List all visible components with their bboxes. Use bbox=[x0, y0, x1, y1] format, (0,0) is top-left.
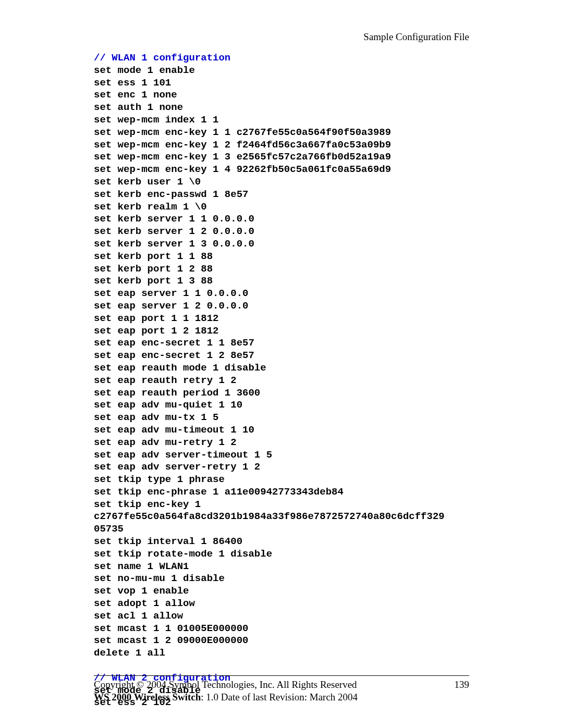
config-line: set kerb server 1 3 0.0.0.0 bbox=[94, 238, 254, 250]
config-line: set wep-mcm enc-key 1 3 e2565fc57c2a766f… bbox=[94, 151, 391, 163]
config-line: set no-mu-mu 1 disable bbox=[94, 573, 225, 584]
config-line: set kerb server 1 1 0.0.0.0 bbox=[94, 213, 254, 225]
document-page: Sample Configuration File // WLAN 1 conf… bbox=[0, 0, 563, 728]
config-line: set eap port 1 2 1812 bbox=[94, 325, 218, 337]
config-line: set eap server 1 1 0.0.0.0 bbox=[94, 288, 248, 299]
config-line: set kerb enc-passwd 1 8e57 bbox=[94, 189, 248, 200]
config-line: set tkip type 1 phrase bbox=[94, 474, 225, 485]
footer-product-name: WS 2000 Wireless Switch bbox=[94, 692, 201, 702]
config-line: set eap port 1 1 1812 bbox=[94, 313, 218, 324]
config-line: set tkip enc-phrase 1 a11e00942773343deb… bbox=[94, 486, 344, 498]
footer-rule bbox=[94, 675, 469, 676]
config-line: set eap server 1 2 0.0.0.0 bbox=[94, 300, 248, 312]
config-line: set kerb port 1 3 88 bbox=[94, 275, 213, 287]
footer-product-line: WS 2000 Wireless Switch: 1.0 Date of las… bbox=[94, 692, 469, 703]
section-1-comment: // WLAN 1 configuration bbox=[94, 52, 230, 64]
config-line: set name 1 WLAN1 bbox=[94, 561, 189, 572]
config-line: set tkip rotate-mode 1 disable bbox=[94, 548, 272, 560]
config-line: set kerb port 1 1 88 bbox=[94, 251, 213, 262]
config-line: set mcast 1 1 01005E000000 bbox=[94, 623, 248, 634]
footer-copyright: Copyright © 2004 Symbol Technologies, In… bbox=[94, 679, 357, 690]
config-line: set eap adv server-retry 1 2 bbox=[94, 461, 260, 473]
config-line: set tkip interval 1 86400 bbox=[94, 536, 242, 547]
config-line: set eap enc-secret 1 1 8e57 bbox=[94, 337, 254, 349]
config-line: set ess 1 101 bbox=[94, 77, 171, 89]
config-line: set enc 1 none bbox=[94, 89, 177, 101]
config-code-block: // WLAN 1 configuration set mode 1 enabl… bbox=[94, 52, 469, 709]
config-line: set kerb realm 1 \0 bbox=[94, 201, 207, 213]
config-line: set acl 1 allow bbox=[94, 610, 183, 622]
config-line: set eap adv mu-timeout 1 10 bbox=[94, 424, 254, 436]
config-line: set eap adv mu-retry 1 2 bbox=[94, 437, 237, 448]
config-line: 05735 bbox=[94, 523, 124, 535]
config-line: set mode 1 enable bbox=[94, 65, 195, 76]
config-line: set kerb user 1 \0 bbox=[94, 176, 201, 188]
config-line: delete 1 all bbox=[94, 647, 165, 659]
footer-page-number: 139 bbox=[455, 679, 470, 690]
config-line: set mcast 1 2 09000E000000 bbox=[94, 635, 248, 646]
config-line: set eap adv mu-quiet 1 10 bbox=[94, 399, 242, 411]
config-line: set tkip enc-key 1 bbox=[94, 499, 201, 510]
config-line: set wep-mcm enc-key 1 2 f2464fd56c3a667f… bbox=[94, 139, 391, 151]
config-line: set wep-mcm enc-key 1 1 c2767fe55c0a564f… bbox=[94, 127, 391, 138]
footer-product-rest: : 1.0 Date of last Revision: March 2004 bbox=[201, 692, 358, 702]
config-line: set eap reauth period 1 3600 bbox=[94, 387, 260, 399]
config-line: set wep-mcm index 1 1 bbox=[94, 114, 218, 126]
config-line: set kerb port 1 2 88 bbox=[94, 263, 213, 275]
config-line: set eap reauth mode 1 disable bbox=[94, 362, 266, 374]
config-line: set eap reauth retry 1 2 bbox=[94, 375, 237, 386]
config-line: c2767fe55c0a564fa8cd3201b1984a33f986e787… bbox=[94, 511, 445, 522]
config-line: set eap adv server-timeout 1 5 bbox=[94, 449, 272, 461]
config-line: set wep-mcm enc-key 1 4 92262fb50c5a061f… bbox=[94, 164, 391, 175]
config-line: set auth 1 none bbox=[94, 102, 183, 113]
config-line: set eap adv mu-tx 1 5 bbox=[94, 412, 218, 423]
page-footer: Copyright © 2004 Symbol Technologies, In… bbox=[94, 675, 469, 703]
config-line: set eap enc-secret 1 2 8e57 bbox=[94, 350, 254, 361]
config-line: set adopt 1 allow bbox=[94, 598, 195, 609]
config-line: set vop 1 enable bbox=[94, 585, 189, 597]
header-right-text: Sample Configuration File bbox=[94, 31, 469, 43]
config-line: set kerb server 1 2 0.0.0.0 bbox=[94, 226, 254, 237]
